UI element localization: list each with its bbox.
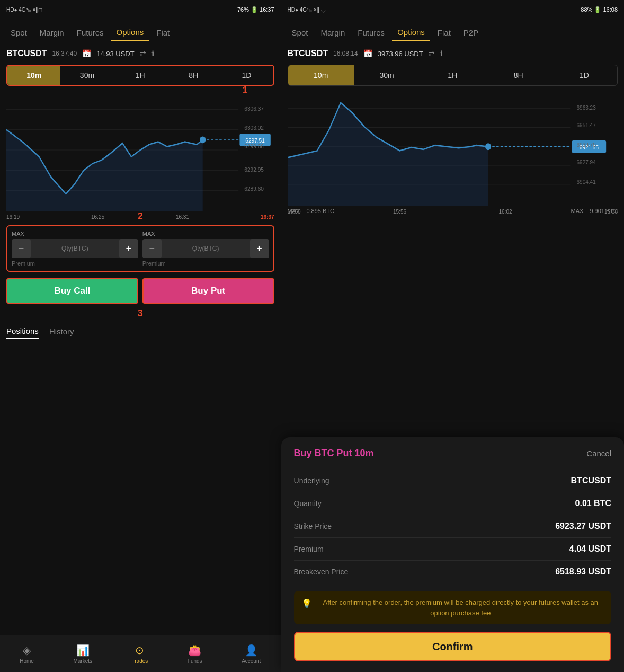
call-qty-plus[interactable]: +: [119, 239, 138, 258]
interval-8h-right[interactable]: 8H: [485, 65, 551, 85]
modal-overlay: Buy BTC Put 10m Cancel Underlying BTCUSD…: [281, 437, 624, 672]
calendar-icon-left[interactable]: 📅: [82, 49, 91, 58]
svg-text:6289.60: 6289.60: [244, 185, 264, 192]
interval-10m-left[interactable]: 10m: [7, 66, 60, 85]
tab-p2p-right[interactable]: P2P: [458, 25, 484, 40]
order-side-call: MAX − + Premium: [12, 231, 138, 267]
status-bar-right: HD● 4G⁴ᵢₗₗ ×|| ◡ 88% 🔋 16:08: [281, 0, 624, 19]
time-label-1556: 15:56: [393, 209, 406, 215]
bottom-nav-left: ◈ Home 📊 Markets ⊙ Trades 👛 Funds 👤 Acco…: [0, 635, 281, 672]
nav-markets-label: Markets: [73, 658, 92, 664]
nav-home-label: Home: [20, 658, 34, 664]
tab-spot-left[interactable]: Spot: [5, 25, 32, 40]
annotation-3: 3: [138, 308, 143, 319]
svg-text:6299.66: 6299.66: [244, 143, 264, 150]
call-qty-input[interactable]: [31, 245, 119, 252]
strike-value: 6923.27 USDT: [555, 521, 611, 531]
nav-home[interactable]: ◈ Home: [20, 644, 34, 664]
ticker-symbol-left: BTCUSDT: [6, 49, 47, 58]
empty-positions-area: [0, 342, 281, 635]
modal-row-breakeven: Breakeven Price 6518.93 USDT: [294, 561, 611, 583]
tab-fiat-left[interactable]: Fiat: [151, 25, 175, 40]
trades-icon: ⊙: [135, 644, 144, 657]
underlying-label: Underlying: [294, 476, 329, 485]
lightbulb-icon: 💡: [301, 598, 312, 608]
transfer-icon-right[interactable]: ⇄: [429, 49, 435, 58]
time-label-1602: 16:02: [498, 209, 512, 215]
annotation-1: 1: [243, 85, 248, 96]
tab-spot-right[interactable]: Spot: [287, 25, 314, 40]
modal-row-premium: Premium 4.04 USDT: [294, 538, 611, 561]
ticker-time-left: 16:37:40: [52, 50, 77, 57]
order-controls: MAX − + Premium MAX − + Premium: [6, 225, 274, 272]
svg-text:6904.41: 6904.41: [576, 178, 595, 185]
svg-text:6303.02: 6303.02: [244, 124, 264, 131]
interval-30m-right[interactable]: 30m: [354, 65, 420, 85]
call-qty-minus[interactable]: −: [12, 239, 31, 258]
tab-positions[interactable]: Positions: [6, 326, 39, 339]
home-icon: ◈: [23, 644, 31, 657]
nav-trades[interactable]: ⊙ Trades: [132, 644, 148, 664]
put-qty-input[interactable]: [162, 245, 250, 252]
ticker-symbol-right: BTCUSDT: [288, 49, 328, 58]
status-right-info: 76% 🔋 16:37: [237, 6, 274, 13]
calendar-icon-right[interactable]: 📅: [363, 49, 372, 58]
interval-1h-right[interactable]: 1H: [420, 65, 485, 85]
info-icon-right[interactable]: ℹ: [440, 49, 443, 58]
chart-time-labels-right: 15:50 15:56 16:02 16:08: [288, 208, 618, 216]
svg-point-22: [485, 143, 491, 150]
tab-futures-right[interactable]: Futures: [352, 25, 390, 40]
interval-1d-left[interactable]: 1D: [220, 66, 273, 85]
interval-10m-right[interactable]: 10m: [288, 65, 354, 85]
put-qty-minus[interactable]: −: [142, 239, 162, 258]
interval-selector-left: 10m 30m 1H 8H 1D: [6, 65, 274, 86]
modal-row-quantity: Quantity 0.01 BTC: [294, 492, 611, 515]
ticker-row-right: BTCUSDT 16:08:14 📅 3973.96 USDT ⇄ ℹ: [281, 46, 624, 61]
annotation-2: 2: [138, 211, 143, 222]
interval-8h-left[interactable]: 8H: [167, 66, 220, 85]
ticker-price-left: 14.93 USDT: [96, 50, 135, 58]
modal-row-strike: Strike Price 6923.27 USDT: [294, 515, 611, 538]
markets-icon: 📊: [76, 644, 90, 657]
svg-text:6292.95: 6292.95: [244, 166, 264, 173]
info-icon-left[interactable]: ℹ: [151, 49, 154, 58]
tab-margin-left[interactable]: Margin: [34, 25, 69, 40]
ticker-price-right: 3973.96 USDT: [378, 50, 423, 58]
status-left-info: HD● 4G⁴ᵢₗₗ ×||◻: [6, 7, 42, 13]
buy-call-button[interactable]: Buy Call: [6, 278, 138, 304]
interval-1h-left[interactable]: 1H: [114, 66, 167, 85]
buy-buttons: Buy Call Buy Put: [6, 278, 274, 304]
call-max-label: MAX: [12, 231, 138, 237]
svg-point-7: [200, 136, 206, 143]
tab-history[interactable]: History: [49, 327, 74, 338]
svg-text:6927.94: 6927.94: [576, 159, 595, 166]
modal-note-text: After confirming the order, the premium …: [317, 597, 604, 618]
nav-funds-label: Funds: [188, 658, 202, 664]
quantity-label: Quantity: [294, 499, 322, 508]
breakeven-value: 6518.93 USDT: [555, 567, 611, 577]
interval-30m-left[interactable]: 30m: [60, 66, 113, 85]
put-qty-plus[interactable]: +: [250, 239, 269, 258]
ticker-row-left: BTCUSDT 16:37:40 📅 14.93 USDT ⇄ ℹ: [0, 46, 281, 61]
tab-fiat-right[interactable]: Fiat: [432, 25, 456, 40]
tab-futures-left[interactable]: Futures: [72, 25, 109, 40]
modal-note: 💡 After confirming the order, the premiu…: [294, 591, 611, 624]
svg-text:6963.23: 6963.23: [576, 104, 595, 111]
confirm-button[interactable]: Confirm: [294, 632, 611, 661]
account-icon: 👤: [245, 644, 258, 657]
tab-margin-right[interactable]: Margin: [315, 25, 350, 40]
transfer-icon-left[interactable]: ⇄: [140, 49, 146, 58]
nav-markets[interactable]: 📊 Markets: [73, 644, 92, 664]
premium-value: 4.04 USDT: [569, 544, 611, 554]
tab-options-left[interactable]: Options: [111, 24, 149, 41]
interval-1d-right[interactable]: 1D: [551, 65, 617, 85]
svg-text:6951.47: 6951.47: [576, 122, 595, 129]
nav-account[interactable]: 👤 Account: [242, 644, 261, 664]
status-right-left: HD● 4G⁴ᵢₗₗ ×|| ◡: [288, 7, 326, 13]
buy-put-button[interactable]: Buy Put: [142, 278, 274, 304]
modal-title: Buy BTC Put 10m: [294, 448, 374, 459]
premium-label-modal: Premium: [294, 545, 324, 553]
modal-cancel-button[interactable]: Cancel: [586, 449, 611, 458]
tab-options-right[interactable]: Options: [392, 24, 430, 41]
nav-funds[interactable]: 👛 Funds: [188, 644, 202, 664]
